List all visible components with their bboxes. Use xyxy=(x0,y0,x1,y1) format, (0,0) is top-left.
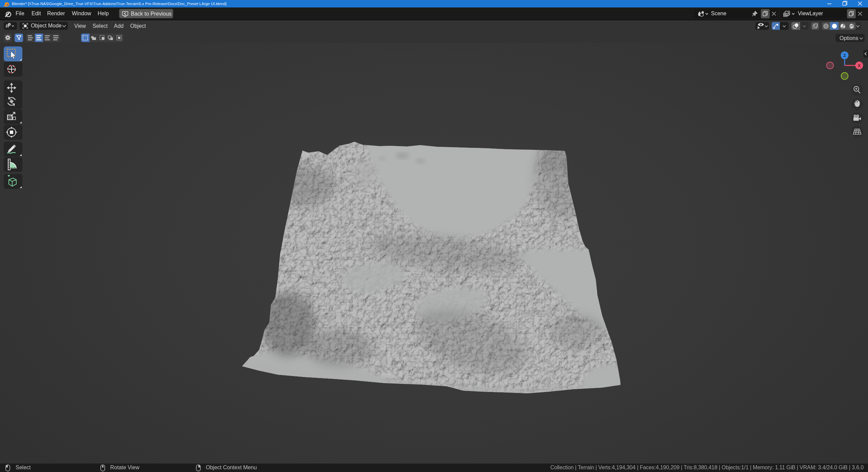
svg-text:Z: Z xyxy=(843,53,846,58)
svg-text:X: X xyxy=(858,63,861,68)
